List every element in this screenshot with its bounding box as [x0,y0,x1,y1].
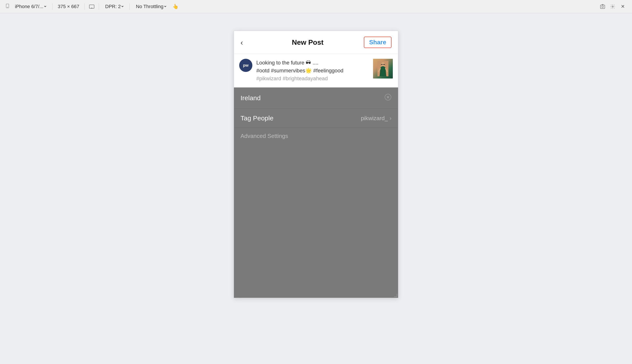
devtools-toolbar: iPhone 6/7/... 375 × 667 DPR: 2 No Throt… [0,0,632,13]
svg-point-6 [602,6,603,8]
throttling-selector[interactable]: No Throttling [133,3,169,10]
post-preview: pw Looking to the future 🕶 .... #ootd #s… [234,54,398,88]
svg-point-7 [612,6,613,7]
tag-people-row[interactable]: Tag People pikwizard_ › [234,109,398,128]
avatar: pw [239,59,252,72]
gray-body-area [234,144,398,298]
phone-frame: ‹ New Post Share pw Looking to the futur… [234,31,398,298]
svg-rect-10 [381,64,383,65]
responsive-icon[interactable] [88,3,96,10]
resolution-display: 375 × 667 [56,3,81,10]
new-post-header: ‹ New Post Share [234,31,398,54]
advanced-settings-label: Advanced Settings [240,133,288,139]
touch-icon[interactable]: 👆 [171,3,179,10]
chevron-right-icon: › [390,115,392,122]
device-selector[interactable]: iPhone 6/7/... [12,3,49,10]
post-thumbnail [373,59,393,78]
resize-handle[interactable] [394,294,397,297]
device-select[interactable]: iPhone 6/7/... [14,4,47,10]
post-caption: Looking to the future 🕶 .... #ootd #summ… [256,59,369,82]
tag-people-label: Tag People [240,114,273,122]
advanced-settings-row[interactable]: Advanced Settings [234,128,398,144]
tagged-user: pikwizard_ [361,115,388,122]
share-button[interactable]: Share [364,36,392,48]
screenshot-button[interactable] [599,3,606,10]
back-button[interactable]: ‹ [240,38,251,47]
dpr-selector[interactable]: DPR: 2 [102,3,126,10]
tag-right-section: pikwizard_ › [361,115,392,122]
svg-rect-5 [600,5,605,8]
page-title: New Post [292,38,324,46]
close-button[interactable]: ✕ [619,3,627,10]
location-name: Ireland [240,94,261,102]
svg-rect-11 [383,64,385,65]
separator-3 [99,3,99,10]
svg-point-1 [7,7,8,8]
separator-4 [129,3,130,10]
separator-1 [52,3,53,10]
settings-button[interactable] [609,3,617,10]
device-icon [5,4,10,9]
location-row[interactable]: Ireland [234,88,398,109]
separator-2 [85,3,85,10]
gray-section: Ireland Tag People pikwizard_ › Advanced… [234,88,398,298]
location-clear-button[interactable] [385,94,392,102]
